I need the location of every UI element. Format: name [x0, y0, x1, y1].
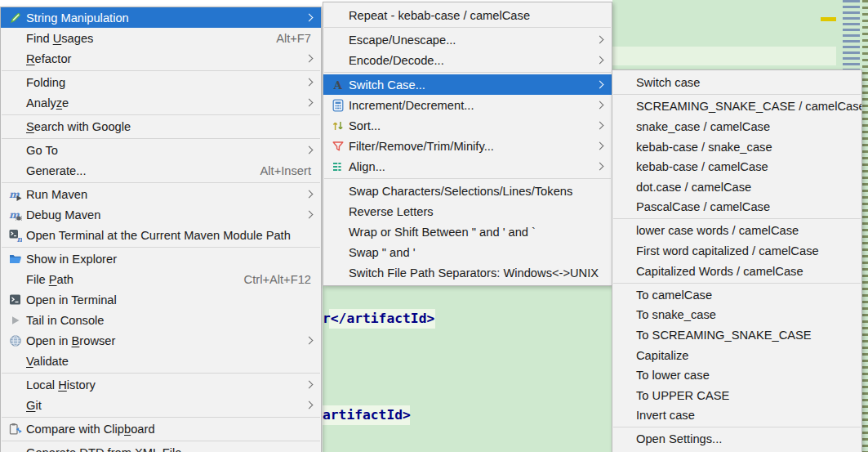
- menu-item-switch-case[interactable]: Switch case: [612, 73, 861, 93]
- menu-item-switch-case[interactable]: ASwitch Case...: [323, 74, 612, 95]
- background-strip: [0, 0, 323, 7]
- menu-item-open-settings[interactable]: Open Settings...: [612, 429, 861, 450]
- menu-item-compare-with-clipboard[interactable]: Compare with Clipboard: [1, 418, 321, 439]
- menu-item-open-terminal-at-the-current-maven-module-[interactable]: mOpen Terminal at the Current Maven Modu…: [1, 225, 321, 245]
- icon-spacer: [330, 205, 346, 218]
- menu-item-tail-in-console[interactable]: Tail in Console: [1, 310, 321, 330]
- menu-item-analyze[interactable]: Analyze: [1, 92, 321, 113]
- pencil-icon: [7, 11, 24, 25]
- submenu-arrow-icon: [596, 81, 604, 89]
- menu-item-lower-case-words-camelcase[interactable]: lower case words / camelCase: [612, 221, 861, 241]
- menu-item-label: Switch Case...: [349, 78, 425, 92]
- menu-item-label: Run Maven: [26, 188, 87, 201]
- submenu-arrow-icon: [305, 190, 314, 199]
- submenu-arrow-icon: [305, 381, 314, 389]
- menu-item-go-to[interactable]: Go To: [1, 140, 321, 160]
- icon-spacer: [7, 76, 24, 89]
- menu-item-open-in-terminal[interactable]: Open in Terminal: [1, 289, 321, 310]
- submenu-arrow-icon: [305, 401, 314, 409]
- menu-item-to-snake-case[interactable]: To snake_case: [612, 305, 861, 325]
- menu-item-swap-and[interactable]: Swap " and ': [323, 242, 612, 262]
- svg-text:m: m: [17, 234, 23, 241]
- menu-item-align[interactable]: Align...: [323, 156, 612, 177]
- menu-item-label: lower case words / camelCase: [636, 224, 799, 237]
- menu-item-label: Local History: [26, 378, 96, 392]
- icon-spacer: [7, 355, 24, 368]
- menu-item-label: Compare with Clipboard: [26, 423, 155, 436]
- menu-item-capitalized-words-camelcase[interactable]: Capitalized Words / camelCase: [612, 261, 861, 281]
- menu-item-search-with-google[interactable]: Search with Google: [1, 116, 321, 136]
- menu-item-to-upper-case[interactable]: To UPPER CASE: [612, 385, 861, 405]
- menu-item-wrap-or-shift-between-and-and[interactable]: Wrap or Shift Between " and ' and `: [323, 222, 612, 242]
- menu-item-generate-dtd-from-xml-file[interactable]: Generate DTD from XML File...: [1, 442, 321, 452]
- menu-item-label: Validate: [26, 355, 69, 368]
- menu-separator: [2, 114, 320, 115]
- editor-yellow-highlight-bar: [821, 17, 836, 21]
- calculator-icon: [330, 99, 346, 112]
- menu-item-dot-case-camelcase[interactable]: dot.case / camelCase: [612, 177, 861, 197]
- menu-item-label: Escape/Unescape...: [349, 34, 456, 47]
- menu-item-label: Swap Characters/Selections/Lines/Tokens: [349, 185, 572, 198]
- menu-item-screaming-snake-case-camelcase[interactable]: SCREAMING_SNAKE_CASE / camelCase: [612, 96, 861, 117]
- menu-item-invert-case[interactable]: Invert case: [612, 405, 861, 426]
- menu-item-validate[interactable]: Validate: [1, 351, 321, 371]
- menu-item-to-screaming-snake-case[interactable]: To SCREAMING_SNAKE_CASE: [612, 325, 861, 346]
- menu-item-label: Capitalized Words / camelCase: [636, 265, 803, 278]
- menu-item-git[interactable]: Git: [1, 395, 321, 415]
- menu-item-label: Git: [26, 399, 42, 412]
- menu-item-increment-decrement[interactable]: Increment/Decrement...: [323, 95, 612, 115]
- menu-separator: [613, 283, 861, 284]
- menu-item-generate[interactable]: Generate...Alt+Insert: [1, 160, 321, 181]
- menu-item-label: Tail in Console: [26, 314, 105, 327]
- menu-item-encode-decode[interactable]: Encode/Decode...: [323, 50, 612, 70]
- menu-item-label: To snake_case: [636, 308, 716, 321]
- menu-item-switch-file-path-separators-windows-unix[interactable]: Switch File Path Separators: Windows<->U…: [323, 262, 612, 283]
- menu-item-string-manipulation[interactable]: String Manipulation: [1, 7, 321, 28]
- minimap-error-stripe[interactable]: [862, 0, 868, 452]
- menu-item-label: Search with Google: [26, 120, 131, 133]
- icon-spacer: [330, 246, 346, 259]
- menu-item-first-word-capitalized-camelcase[interactable]: First word capitalized / camelCase: [612, 241, 861, 262]
- menu-item-to-lower-case[interactable]: To lower case: [612, 365, 861, 386]
- icon-spacer: [330, 54, 346, 67]
- menu-item-label: Repeat - kebab-case / camelCase: [349, 9, 530, 22]
- icon-spacer: [7, 164, 24, 177]
- menu-item-to-camelcase[interactable]: To camelCase: [612, 284, 861, 305]
- menu-separator: [2, 70, 320, 71]
- menu-item-refactor[interactable]: Refactor: [1, 48, 321, 69]
- menu-item-capitalize[interactable]: Capitalize: [612, 345, 861, 365]
- menu-item-escape-unescape[interactable]: Escape/Unescape...: [323, 29, 612, 50]
- menu-item-folding[interactable]: Folding: [1, 72, 321, 92]
- icon-spacer: [7, 52, 24, 65]
- menu-item-label: Folding: [26, 76, 65, 89]
- menu-item-show-in-explorer[interactable]: Show in Explorer: [1, 248, 321, 269]
- menu-item-swap-characters-selections-lines-tokens[interactable]: Swap Characters/Selections/Lines/Tokens: [323, 181, 612, 201]
- menu-item-label: Switch File Path Separators: Windows<->U…: [349, 266, 599, 280]
- menu-item-pascalcase-camelcase[interactable]: PascalCase / camelCase: [612, 197, 861, 217]
- menu-item-label: File Path: [26, 273, 73, 286]
- menu-item-label: Filter/Remove/Trim/Minify...: [349, 140, 494, 153]
- menu-item-file-path[interactable]: File PathCtrl+Alt+F12: [1, 269, 321, 289]
- menu-item-filter-remove-trim-minify[interactable]: Filter/Remove/Trim/Minify...: [323, 136, 612, 156]
- menu-item-snake-case-camelcase[interactable]: snake_case / camelCase: [612, 117, 861, 137]
- menu-item-label: Go To: [26, 144, 58, 157]
- menu-item-label: Sort...: [349, 119, 381, 132]
- menu-item-repeat-kebab-case-camelcase[interactable]: Repeat - kebab-case / camelCase: [323, 5, 612, 25]
- menu-item-sort[interactable]: Sort...: [323, 115, 612, 136]
- icon-spacer: [330, 9, 346, 22]
- menu-item-debug-maven[interactable]: mDebug Maven: [1, 204, 321, 225]
- submenu-arrow-icon: [305, 99, 314, 107]
- menu-item-kebab-case-snake-case[interactable]: kebab-case / snake_case: [612, 136, 861, 157]
- menu-item-find-usages[interactable]: Find UsagesAlt+F7: [1, 28, 321, 48]
- menu-item-reverse-letters[interactable]: Reverse Letters: [323, 201, 612, 222]
- menu-item-label: kebab-case / snake_case: [636, 141, 772, 154]
- submenu-arrow-icon: [305, 78, 314, 87]
- menu-item-local-history[interactable]: Local History: [1, 374, 321, 395]
- menu-item-open-in-browser[interactable]: Open in Browser: [1, 330, 321, 351]
- menu-item-run-maven[interactable]: mRun Maven: [1, 184, 321, 204]
- menu-separator: [613, 94, 861, 95]
- menu-item-kebab-case-camelcase[interactable]: kebab-case / camelCase: [612, 157, 861, 177]
- menu-item-label: Increment/Decrement...: [349, 99, 474, 112]
- clipboard-icon: [7, 423, 24, 436]
- menu-item-label: Swap " and ': [349, 246, 416, 259]
